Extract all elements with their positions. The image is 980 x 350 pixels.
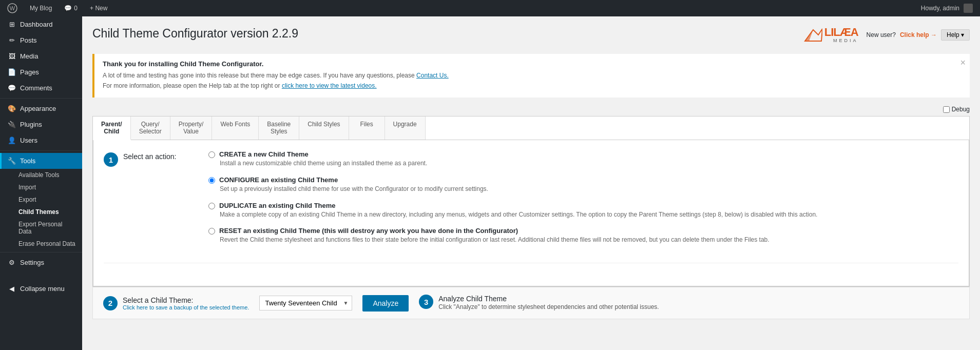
tab-query-selector[interactable]: Query/Selector xyxy=(131,116,170,140)
collapse-menu[interactable]: ◀ Collapse menu xyxy=(0,281,82,297)
tools-label: Tools xyxy=(20,157,35,165)
videos-link[interactable]: click here to view the latest videos. xyxy=(282,82,377,89)
logo-brand: LILÆA xyxy=(824,27,858,38)
submenu-export[interactable]: Export xyxy=(0,193,82,206)
media-icon: 🖼 xyxy=(8,52,16,60)
submenu-import[interactable]: Import xyxy=(0,181,82,193)
debug-checkbox[interactable] xyxy=(943,106,950,113)
theme-select[interactable]: Twenty Seventeen Child xyxy=(259,296,352,310)
dashboard-icon: ⊞ xyxy=(8,21,16,28)
sidebar-item-plugins[interactable]: 🔌 Plugins xyxy=(0,116,82,132)
wp-logo-link[interactable]: W xyxy=(4,0,21,16)
sidebar-item-settings[interactable]: ⚙ Settings xyxy=(0,255,82,270)
radio-reset[interactable] xyxy=(208,228,215,235)
step1-text: Select an action: xyxy=(123,152,177,161)
sidebar-item-posts[interactable]: ✏ Posts xyxy=(0,32,82,48)
erase-personal-data-label: Erase Personal Data xyxy=(18,240,75,247)
dashboard-label: Dashboard xyxy=(20,21,53,28)
tools-icon: 🔧 xyxy=(8,157,16,165)
contact-us-link[interactable]: Contact Us. xyxy=(416,72,449,79)
option-reset-desc: Revert the Child theme stylesheet and fu… xyxy=(220,236,958,244)
logo-bird-icon xyxy=(804,28,822,42)
section1-label: 1 Select an action: xyxy=(104,150,196,252)
logo-sub: media xyxy=(824,38,858,43)
submenu-child-themes[interactable]: Child Themes xyxy=(0,206,82,218)
page-title: Child Theme Configurator version 2.2.9 xyxy=(92,27,298,41)
main-content: Child Theme Configurator version 2.2.9 L… xyxy=(82,16,980,350)
posts-icon: ✏ xyxy=(8,36,16,44)
notice-close-button[interactable]: × xyxy=(960,58,966,67)
settings-icon: ⚙ xyxy=(8,259,16,266)
sidebar-item-users[interactable]: 👤 Users xyxy=(0,132,82,148)
option-create: CREATE a new Child Theme Install a new c… xyxy=(208,150,958,168)
comments-link[interactable]: 💬 0 xyxy=(61,0,81,16)
submenu-erase-personal-data[interactable]: Erase Personal Data xyxy=(0,238,82,250)
step2-circle: 2 xyxy=(103,296,118,310)
tab-child-styles[interactable]: Child Styles xyxy=(299,116,349,140)
export-label: Export xyxy=(18,196,36,203)
option-duplicate-desc: Make a complete copy of an existing Chil… xyxy=(220,210,958,219)
howdy-link[interactable]: Howdy, admin xyxy=(918,0,976,16)
sidebar-item-media[interactable]: 🖼 Media xyxy=(0,48,82,64)
sidebar-item-tools[interactable]: 🔧 Tools xyxy=(0,153,82,169)
option-configure-desc: Set up a previously installed child them… xyxy=(220,185,958,193)
section3-wrap: 3 Analyze Child Theme Click "Analyze" to… xyxy=(419,295,959,312)
tab-upgrade[interactable]: Upgrade xyxy=(385,116,426,140)
radio-create[interactable] xyxy=(208,151,215,158)
site-name-link[interactable]: My Blog xyxy=(27,0,55,16)
admin-sidebar: ⊞ Dashboard ✏ Posts 🖼 Media 📄 Pages 💬 Co… xyxy=(0,16,82,350)
user-avatar xyxy=(964,4,973,13)
child-styles-label: Child Styles xyxy=(308,121,340,128)
step1-circle: 1 xyxy=(104,152,118,167)
comment-icon: 💬 xyxy=(64,5,72,12)
sidebar-item-dashboard[interactable]: ⊞ Dashboard xyxy=(0,16,82,32)
logo-container: LILÆA media xyxy=(804,27,858,43)
analyze-button[interactable]: Analyze xyxy=(362,295,409,312)
admin-bar: W My Blog 💬 0 + New Howdy, admin xyxy=(0,0,980,16)
sidebar-item-pages[interactable]: 📄 Pages xyxy=(0,64,82,80)
tabs-wrapper: Parent/Child Query/Selector Property/Val… xyxy=(92,116,970,287)
tab-baseline-styles[interactable]: BaselineStyles xyxy=(259,116,299,140)
debug-row: Debug xyxy=(92,106,970,113)
tab-parent-child[interactable]: Parent/Child xyxy=(93,116,131,140)
svg-text:W: W xyxy=(10,5,15,11)
option-configure-label[interactable]: CONFIGURE an existing Child Theme xyxy=(219,176,338,184)
page-wrap: Child Theme Configurator version 2.2.9 L… xyxy=(92,27,970,319)
submenu-available-tools[interactable]: Available Tools xyxy=(0,169,82,181)
menu-separator-1 xyxy=(0,98,82,99)
tab-files[interactable]: Files xyxy=(349,116,385,140)
comments-label: Comments xyxy=(20,84,52,92)
radio-duplicate[interactable] xyxy=(208,203,215,209)
header-row: Child Theme Configurator version 2.2.9 L… xyxy=(92,27,970,49)
sidebar-item-appearance[interactable]: 🎨 Appearance xyxy=(0,101,82,116)
option-reset-label[interactable]: RESET an existing Child Theme (this will… xyxy=(219,227,518,235)
comment-count: 0 xyxy=(74,5,78,12)
backup-link[interactable]: Click here to save a backup of the selec… xyxy=(123,304,249,310)
tab-web-fonts[interactable]: Web Fonts xyxy=(212,116,259,140)
section3-title: Analyze Child Theme xyxy=(438,295,659,303)
debug-label[interactable]: Debug xyxy=(952,106,970,113)
tabs-bar: Parent/Child Query/Selector Property/Val… xyxy=(93,116,969,140)
click-help-link[interactable]: Click help → xyxy=(900,31,937,38)
plugins-icon: 🔌 xyxy=(8,121,16,128)
pages-icon: 📄 xyxy=(8,68,16,76)
media-label: Media xyxy=(20,52,38,60)
option-duplicate-label[interactable]: DUPLICATE an existing Child Theme xyxy=(219,202,336,209)
settings-label: Settings xyxy=(20,259,44,266)
export-personal-data-label: Export Personal Data xyxy=(18,221,76,235)
sidebar-item-comments[interactable]: 💬 Comments xyxy=(0,80,82,96)
option-create-desc: Install a new customizable child theme u… xyxy=(220,159,958,168)
radio-configure[interactable] xyxy=(208,177,215,184)
available-tools-label: Available Tools xyxy=(18,171,60,179)
new-label: + New xyxy=(90,5,107,12)
notice-line1: A lot of time and testing has gone into … xyxy=(103,71,962,80)
option-create-label[interactable]: CREATE a new Child Theme xyxy=(219,150,309,158)
new-content-link[interactable]: + New xyxy=(87,0,110,16)
tab-content: 1 Select an action: CREATE a new Child T… xyxy=(93,140,969,286)
menu-separator-2 xyxy=(0,150,82,151)
submenu-export-personal-data[interactable]: Export Personal Data xyxy=(0,218,82,238)
child-themes-label: Child Themes xyxy=(18,208,59,216)
tab-property-value[interactable]: Property/Value xyxy=(170,116,213,140)
howdy-text: Howdy, admin xyxy=(921,5,959,12)
help-button[interactable]: Help ▾ xyxy=(941,29,970,41)
